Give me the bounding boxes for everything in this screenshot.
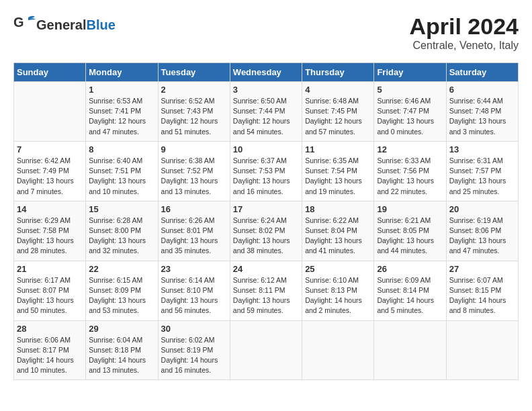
- page-title: April 2024: [409, 13, 519, 40]
- date-number: 2: [161, 85, 227, 95]
- date-number: 11: [305, 144, 371, 154]
- calendar-week-2: 14Sunrise: 6:29 AMSunset: 7:58 PMDayligh…: [14, 201, 519, 261]
- calendar-cell: 18Sunrise: 6:22 AMSunset: 8:04 PMDayligh…: [302, 201, 374, 261]
- calendar-cell: [374, 320, 446, 380]
- calendar-cell: 3Sunrise: 6:50 AMSunset: 7:44 PMDaylight…: [230, 82, 302, 142]
- logo-blue: Blue: [86, 17, 115, 32]
- calendar-cell: 28Sunrise: 6:06 AMSunset: 8:17 PMDayligh…: [14, 320, 86, 380]
- date-number: 27: [449, 264, 515, 274]
- cell-info: Sunrise: 6:37 AMSunset: 7:53 PMDaylight:…: [233, 156, 299, 197]
- date-number: 19: [377, 204, 443, 214]
- header-day-friday: Friday: [374, 63, 446, 82]
- cell-info: Sunrise: 6:44 AMSunset: 7:48 PMDaylight:…: [449, 96, 515, 137]
- calendar-cell: 11Sunrise: 6:35 AMSunset: 7:54 PMDayligh…: [302, 141, 374, 201]
- date-number: 22: [89, 264, 154, 274]
- calendar-cell: 12Sunrise: 6:33 AMSunset: 7:56 PMDayligh…: [374, 141, 446, 201]
- cell-info: Sunrise: 6:14 AMSunset: 8:10 PMDaylight:…: [161, 275, 227, 316]
- logo: G GeneralBlue: [13, 13, 116, 36]
- header-day-monday: Monday: [86, 63, 158, 82]
- calendar-cell: 25Sunrise: 6:10 AMSunset: 8:13 PMDayligh…: [302, 261, 374, 320]
- header-day-saturday: Saturday: [446, 63, 518, 82]
- cell-info: Sunrise: 6:50 AMSunset: 7:44 PMDaylight:…: [233, 96, 299, 137]
- cell-info: Sunrise: 6:07 AMSunset: 8:15 PMDaylight:…: [449, 275, 515, 316]
- calendar-cell: 8Sunrise: 6:40 AMSunset: 7:51 PMDaylight…: [86, 141, 158, 201]
- header-day-wednesday: Wednesday: [230, 63, 302, 82]
- calendar-cell: [230, 320, 302, 380]
- cell-info: Sunrise: 6:02 AMSunset: 8:19 PMDaylight:…: [161, 335, 227, 376]
- cell-info: Sunrise: 6:33 AMSunset: 7:56 PMDaylight:…: [377, 156, 443, 197]
- calendar-cell: 19Sunrise: 6:21 AMSunset: 8:05 PMDayligh…: [374, 201, 446, 261]
- cell-info: Sunrise: 6:15 AMSunset: 8:09 PMDaylight:…: [89, 275, 154, 316]
- calendar-header-row: SundayMondayTuesdayWednesdayThursdayFrid…: [14, 63, 519, 82]
- cell-info: Sunrise: 6:17 AMSunset: 8:07 PMDaylight:…: [17, 275, 83, 316]
- calendar-table: SundayMondayTuesdayWednesdayThursdayFrid…: [13, 62, 519, 380]
- calendar-cell: 7Sunrise: 6:42 AMSunset: 7:49 PMDaylight…: [14, 141, 86, 201]
- cell-info: Sunrise: 6:28 AMSunset: 8:00 PMDaylight:…: [89, 216, 154, 257]
- calendar-cell: 4Sunrise: 6:48 AMSunset: 7:45 PMDaylight…: [302, 82, 374, 142]
- calendar-cell: 16Sunrise: 6:26 AMSunset: 8:01 PMDayligh…: [158, 201, 230, 261]
- date-number: 15: [89, 204, 154, 214]
- cell-info: Sunrise: 6:46 AMSunset: 7:47 PMDaylight:…: [377, 96, 443, 137]
- date-number: 25: [305, 264, 371, 274]
- calendar-week-4: 28Sunrise: 6:06 AMSunset: 8:17 PMDayligh…: [14, 320, 519, 380]
- calendar-cell: 29Sunrise: 6:04 AMSunset: 8:18 PMDayligh…: [86, 320, 158, 380]
- date-number: 24: [233, 264, 299, 274]
- date-number: 30: [161, 324, 227, 334]
- date-number: 4: [305, 85, 371, 95]
- calendar-cell: 5Sunrise: 6:46 AMSunset: 7:47 PMDaylight…: [374, 82, 446, 142]
- cell-info: Sunrise: 6:06 AMSunset: 8:17 PMDaylight:…: [17, 335, 83, 376]
- logo-icon: G: [13, 13, 36, 36]
- calendar-cell: 30Sunrise: 6:02 AMSunset: 8:19 PMDayligh…: [158, 320, 230, 380]
- logo-general: General: [36, 17, 86, 32]
- date-number: 17: [233, 204, 299, 214]
- cell-info: Sunrise: 6:12 AMSunset: 8:11 PMDaylight:…: [233, 275, 299, 316]
- page-header: G GeneralBlue April 2024 Centrale, Venet…: [13, 13, 519, 52]
- date-number: 14: [17, 204, 83, 214]
- date-number: 18: [305, 204, 371, 214]
- date-number: 7: [17, 144, 83, 154]
- date-number: 29: [89, 324, 154, 334]
- cell-info: Sunrise: 6:31 AMSunset: 7:57 PMDaylight:…: [449, 156, 515, 197]
- cell-info: Sunrise: 6:09 AMSunset: 8:14 PMDaylight:…: [377, 275, 443, 316]
- cell-info: Sunrise: 6:35 AMSunset: 7:54 PMDaylight:…: [305, 156, 371, 197]
- calendar-cell: 10Sunrise: 6:37 AMSunset: 7:53 PMDayligh…: [230, 141, 302, 201]
- calendar-week-3: 21Sunrise: 6:17 AMSunset: 8:07 PMDayligh…: [14, 261, 519, 320]
- cell-info: Sunrise: 6:53 AMSunset: 7:41 PMDaylight:…: [89, 96, 154, 137]
- calendar-cell: 9Sunrise: 6:38 AMSunset: 7:52 PMDaylight…: [158, 141, 230, 201]
- cell-info: Sunrise: 6:29 AMSunset: 7:58 PMDaylight:…: [17, 216, 83, 257]
- cell-info: Sunrise: 6:52 AMSunset: 7:43 PMDaylight:…: [161, 96, 227, 137]
- calendar-week-1: 7Sunrise: 6:42 AMSunset: 7:49 PMDaylight…: [14, 141, 519, 201]
- header-day-sunday: Sunday: [14, 63, 86, 82]
- calendar-cell: [14, 82, 86, 142]
- cell-info: Sunrise: 6:24 AMSunset: 8:02 PMDaylight:…: [233, 216, 299, 257]
- cell-info: Sunrise: 6:21 AMSunset: 8:05 PMDaylight:…: [377, 216, 443, 257]
- cell-info: Sunrise: 6:42 AMSunset: 7:49 PMDaylight:…: [17, 156, 83, 197]
- date-number: 26: [377, 264, 443, 274]
- date-number: 16: [161, 204, 227, 214]
- svg-text:G: G: [13, 15, 24, 30]
- date-number: 28: [17, 324, 83, 334]
- calendar-cell: 6Sunrise: 6:44 AMSunset: 7:48 PMDaylight…: [446, 82, 518, 142]
- cell-info: Sunrise: 6:22 AMSunset: 8:04 PMDaylight:…: [305, 216, 371, 257]
- title-block: April 2024 Centrale, Veneto, Italy: [409, 13, 519, 52]
- calendar-cell: 17Sunrise: 6:24 AMSunset: 8:02 PMDayligh…: [230, 201, 302, 261]
- calendar-cell: [302, 320, 374, 380]
- calendar-cell: 22Sunrise: 6:15 AMSunset: 8:09 PMDayligh…: [86, 261, 158, 320]
- date-number: 21: [17, 264, 83, 274]
- header-day-tuesday: Tuesday: [158, 63, 230, 82]
- date-number: 1: [89, 85, 154, 95]
- cell-info: Sunrise: 6:38 AMSunset: 7:52 PMDaylight:…: [161, 156, 227, 197]
- cell-info: Sunrise: 6:26 AMSunset: 8:01 PMDaylight:…: [161, 216, 227, 257]
- date-number: 23: [161, 264, 227, 274]
- date-number: 3: [233, 85, 299, 95]
- date-number: 9: [161, 144, 227, 154]
- calendar-cell: 24Sunrise: 6:12 AMSunset: 8:11 PMDayligh…: [230, 261, 302, 320]
- calendar-cell: 21Sunrise: 6:17 AMSunset: 8:07 PMDayligh…: [14, 261, 86, 320]
- page-subtitle: Centrale, Veneto, Italy: [409, 40, 519, 52]
- cell-info: Sunrise: 6:10 AMSunset: 8:13 PMDaylight:…: [305, 275, 371, 316]
- date-number: 13: [449, 144, 515, 154]
- cell-info: Sunrise: 6:04 AMSunset: 8:18 PMDaylight:…: [89, 335, 154, 376]
- date-number: 12: [377, 144, 443, 154]
- calendar-cell: 2Sunrise: 6:52 AMSunset: 7:43 PMDaylight…: [158, 82, 230, 142]
- date-number: 8: [89, 144, 154, 154]
